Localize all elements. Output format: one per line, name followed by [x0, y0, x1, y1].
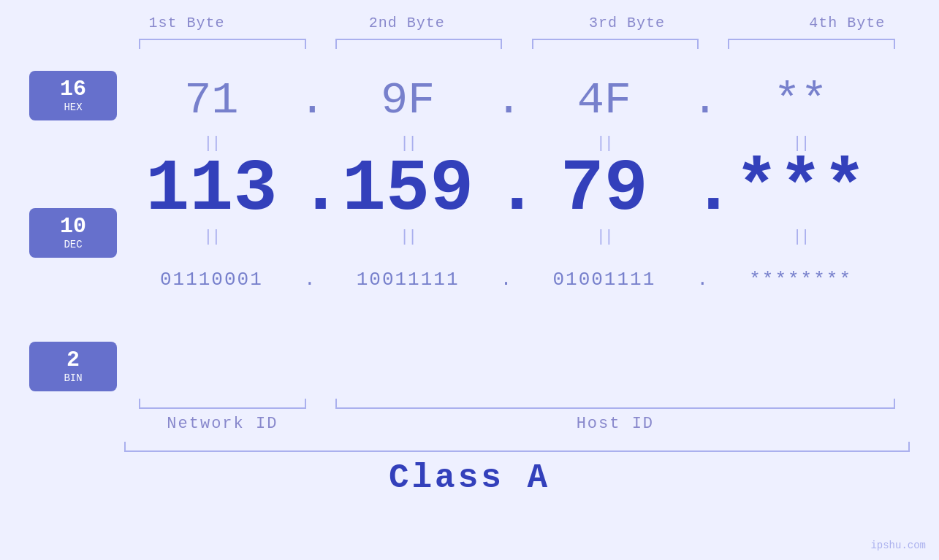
bin-dot-1: . [299, 269, 321, 291]
base-badges-column: 16 HEX 10 DEC 2 BIN [29, 71, 117, 391]
top-bracket-3 [517, 39, 714, 49]
dec-val-3: 79 [517, 157, 692, 223]
bottom-brackets-row [124, 399, 910, 409]
watermark: ipshu.com [870, 540, 926, 551]
byte-header-4: 4th Byte [737, 15, 939, 31]
top-bracket-1 [124, 39, 321, 49]
bin-value-row: 01110001 . 10011111 . 01001111 . [124, 250, 910, 309]
bracket-top-2 [335, 39, 502, 49]
dec-value-row: 113 . 159 . 79 . *** [124, 157, 910, 223]
main-container: 1st Byte 2nd Byte 3rd Byte 4th Byte 16 H… [0, 0, 939, 560]
hex-badge-label: HEX [35, 101, 111, 113]
bin-val-4: ******** [713, 269, 888, 291]
dec-badge-label: DEC [35, 239, 111, 250]
main-content-area: 16 HEX 10 DEC 2 BIN 71 . [29, 71, 910, 391]
bin-badge-num: 2 [35, 349, 111, 371]
bottom-overall-bracket-wrap [124, 442, 910, 452]
bracket-top-4 [728, 39, 894, 49]
id-labels-row: Network ID Host ID [124, 415, 910, 433]
bracket-top-3 [532, 39, 699, 49]
dec-dot-3: . [691, 157, 713, 223]
class-label: Class A [389, 459, 550, 497]
bottom-overall-bracket [124, 442, 910, 452]
top-bracket-4 [713, 39, 910, 49]
network-id-label: Network ID [167, 415, 278, 433]
network-bracket [139, 399, 305, 409]
byte-header-3: 3rd Byte [517, 15, 737, 31]
dec-badge-num: 10 [35, 215, 111, 237]
hex-val-3: 4F [517, 74, 692, 126]
hex-dot-3: . [691, 74, 713, 126]
bin-badge: 2 BIN [29, 342, 117, 391]
class-label-row: Class A [29, 459, 910, 497]
bottom-brackets-section: Network ID Host ID [124, 399, 910, 433]
hex-dot-1: . [299, 74, 321, 126]
host-id-label: Host ID [577, 415, 654, 433]
byte-header-2: 2nd Byte [297, 15, 517, 31]
dec-dot-2: . [495, 157, 517, 223]
dec-badge: 10 DEC [29, 208, 117, 258]
dec-val-2: 159 [321, 157, 495, 223]
byte-headers-row: 1st Byte 2nd Byte 3rd Byte 4th Byte [77, 15, 939, 31]
hex-val-4: ** [713, 74, 888, 126]
bin-badge-label: BIN [35, 372, 111, 384]
bin-val-1: 01110001 [124, 269, 299, 291]
bin-dot-2: . [495, 269, 517, 291]
hex-value-row: 71 . 9F . 4F . ** [124, 71, 910, 129]
values-rows-area: 71 . 9F . 4F . ** [124, 71, 910, 391]
top-bracket-2 [321, 39, 517, 49]
dec-val-4: *** [713, 157, 888, 223]
hex-badge: 16 HEX [29, 71, 117, 120]
hex-dot-2: . [495, 74, 517, 126]
bin-val-2: 10011111 [321, 269, 495, 291]
dec-val-1: 113 [124, 157, 299, 223]
top-brackets-row [124, 39, 910, 49]
bin-dot-3: . [691, 269, 713, 291]
hex-badge-num: 16 [35, 78, 111, 100]
byte-header-1: 1st Byte [77, 15, 297, 31]
hex-val-1: 71 [124, 74, 299, 126]
dec-dot-1: . [299, 157, 321, 223]
host-id-label-wrap: Host ID [321, 415, 910, 433]
hex-val-2: 9F [321, 74, 495, 126]
host-bracket-wrap [321, 399, 910, 409]
host-bracket [335, 399, 895, 409]
network-id-label-wrap: Network ID [124, 415, 321, 433]
network-bracket-wrap [124, 399, 321, 409]
bin-val-3: 01001111 [517, 269, 692, 291]
bracket-top-1 [139, 39, 305, 49]
